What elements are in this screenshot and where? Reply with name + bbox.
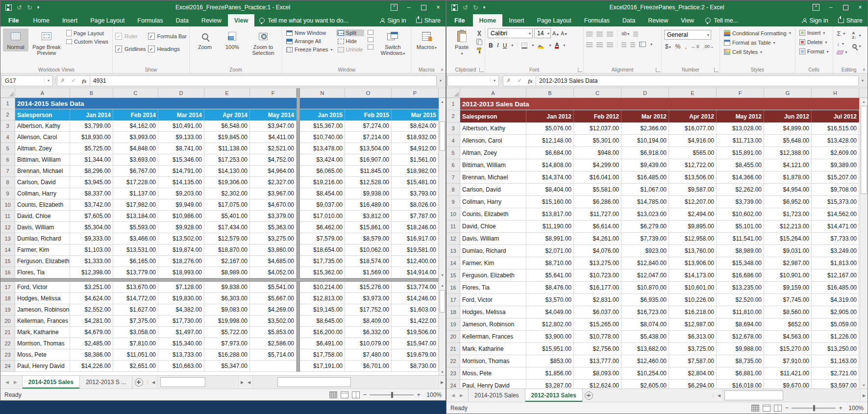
cell[interactable]: $8,386.00 xyxy=(70,349,113,361)
cell[interactable]: $4,411.00 xyxy=(250,132,297,143)
cell[interactable]: $19,216.00 xyxy=(300,177,345,188)
scroll-down-icon[interactable]: ▼ xyxy=(860,382,868,389)
italic-button[interactable]: I xyxy=(497,42,499,49)
top-align-icon[interactable] xyxy=(586,31,593,36)
scroll-left-icon[interactable]: ◀ xyxy=(150,380,157,385)
scroll-down-icon[interactable]: ▼ xyxy=(439,368,446,375)
cell[interactable]: $7,733.00 xyxy=(812,233,859,245)
column-header-N[interactable]: N xyxy=(300,88,345,97)
new-sheet-button[interactable] xyxy=(132,376,145,389)
save-icon[interactable] xyxy=(5,4,12,11)
format-as-table-button[interactable]: Format as Table▾ xyxy=(722,39,793,46)
cell[interactable]: $8,409.00 xyxy=(345,316,392,327)
cancel-icon[interactable]: ✗ xyxy=(57,77,68,84)
split-bar-vertical[interactable] xyxy=(297,143,300,154)
cell[interactable]: $9,203.00 xyxy=(158,188,204,199)
cell[interactable]: $12,400.00 xyxy=(392,256,439,267)
paste-button[interactable]: Paste▾ xyxy=(449,28,474,58)
cell[interactable]: $18,982.00 xyxy=(392,166,439,177)
borders-icon[interactable] xyxy=(521,43,527,49)
cell[interactable]: $10,079.00 xyxy=(345,338,392,349)
split-bar-vertical[interactable] xyxy=(297,244,300,256)
cell[interactable]: $4,954.00 xyxy=(764,184,812,196)
page-break-view-button[interactable] xyxy=(774,405,782,412)
sheet-nav-arrows[interactable]: ◀▶ xyxy=(0,376,22,389)
tab-data[interactable]: Data xyxy=(169,14,195,26)
cell[interactable]: $3,502.00 xyxy=(250,316,297,327)
close-button[interactable]: × xyxy=(853,0,868,14)
row-header-22[interactable]: 22 xyxy=(0,338,15,349)
qat-customize-icon[interactable]: ▾ xyxy=(37,5,40,10)
split-bar-vertical[interactable] xyxy=(297,88,300,97)
cell[interactable]: $7,480.00 xyxy=(345,349,392,361)
cell[interactable]: $2,302.00 xyxy=(204,188,250,199)
cell[interactable]: $12,460.00 xyxy=(621,355,669,367)
cell[interactable]: Kellerman, Frances xyxy=(15,316,70,327)
conditional-formatting-button[interactable]: Conditional Formatting▾ xyxy=(722,29,793,37)
cell[interactable]: $5,076.00 xyxy=(526,122,574,135)
cell[interactable]: $6,037.00 xyxy=(574,306,621,318)
cell[interactable]: Dumlao, Richard xyxy=(15,233,70,244)
tell-me-box[interactable]: Tell me... xyxy=(700,14,743,26)
cell[interactable]: $7,810.00 xyxy=(113,338,158,349)
cell[interactable]: $12,987.00 xyxy=(669,318,717,331)
cell[interactable]: Allenson, Carol xyxy=(460,135,526,147)
header-cell[interactable]: Jul 2012 xyxy=(812,110,859,122)
row-header-9[interactable]: 9 xyxy=(446,196,460,208)
ribbon-display-options-icon[interactable]: ^ xyxy=(809,0,823,14)
column-header-D[interactable]: D xyxy=(158,88,204,97)
align-left-icon[interactable] xyxy=(586,42,593,47)
cell[interactable]: Brennan, Michael xyxy=(460,171,526,184)
cell[interactable]: Counts, Elizabeth xyxy=(15,199,70,211)
cell[interactable]: $11,727.00 xyxy=(574,208,621,220)
row-header-17[interactable]: 17 xyxy=(0,282,15,293)
cell[interactable]: $2,721.00 xyxy=(812,367,859,380)
zoom-to-selection-button[interactable]: Zoom to Selection xyxy=(247,28,279,57)
cell[interactable]: $10,778.00 xyxy=(574,331,621,343)
cell[interactable]: $5,725.00 xyxy=(70,143,113,154)
split-bar-vertical[interactable] xyxy=(297,188,300,199)
cell[interactable]: $1,603.00 xyxy=(392,304,439,316)
cell[interactable]: $14,785.00 xyxy=(621,196,669,208)
cell[interactable]: $5,667.00 xyxy=(250,293,297,304)
column-header-B[interactable]: B xyxy=(70,88,113,97)
cell[interactable]: Jameson, Robinson xyxy=(460,318,526,331)
cell[interactable]: $16,485.00 xyxy=(621,171,669,184)
row-header-11[interactable]: 11 xyxy=(0,211,15,222)
cell[interactable]: Collman, Harry xyxy=(15,188,70,199)
normal-view-button[interactable] xyxy=(329,391,337,398)
cell[interactable]: $7,787.00 xyxy=(392,211,439,222)
tab-view[interactable]: View xyxy=(674,14,700,26)
cell[interactable]: $2,485.00 xyxy=(70,338,113,349)
cell[interactable]: $1,723.00 xyxy=(764,208,812,220)
cell[interactable]: $4,076.00 xyxy=(574,245,621,257)
cell[interactable]: $652.00 xyxy=(764,318,812,331)
cell[interactable]: $3,249.00 xyxy=(812,245,859,257)
cell[interactable]: $5,593.00 xyxy=(113,222,158,233)
cell[interactable]: $10,254.00 xyxy=(621,367,669,380)
cell[interactable]: $6,918.00 xyxy=(621,147,669,159)
split-bar-vertical[interactable] xyxy=(297,338,300,349)
page-layout-view-button[interactable] xyxy=(763,405,770,412)
cell[interactable]: $12,624.00 xyxy=(574,380,621,389)
cell[interactable]: $14,130.00 xyxy=(204,166,250,177)
cell[interactable]: $1,103.00 xyxy=(70,244,113,256)
split-bar-vertical[interactable] xyxy=(297,222,300,233)
cell[interactable]: $6,332.00 xyxy=(345,327,392,338)
cell[interactable]: $4,685.00 xyxy=(250,256,297,267)
scrollbar-thumb[interactable] xyxy=(440,290,445,313)
ribbon-display-options-icon[interactable]: ^ xyxy=(387,0,401,14)
increase-indent-icon[interactable] xyxy=(630,42,635,47)
cell[interactable]: $4,162.00 xyxy=(113,121,158,132)
row-header-13[interactable]: 13 xyxy=(0,233,15,244)
header-cell[interactable]: Jan 2015 xyxy=(300,109,345,121)
cell[interactable]: $4,679.00 xyxy=(70,327,113,338)
cell[interactable]: $13,906.00 xyxy=(669,257,717,269)
cell[interactable]: $17,434.00 xyxy=(204,222,250,233)
cell[interactable]: $14,226.00 xyxy=(70,361,113,372)
cell[interactable]: $7,579.00 xyxy=(300,233,345,244)
sort-filter-button[interactable]: AZ↓▾ xyxy=(851,30,863,40)
cell[interactable]: $10,663.00 xyxy=(158,361,204,372)
cell[interactable]: $2,552.00 xyxy=(70,304,113,316)
cell[interactable]: $3,945.00 xyxy=(70,177,113,188)
